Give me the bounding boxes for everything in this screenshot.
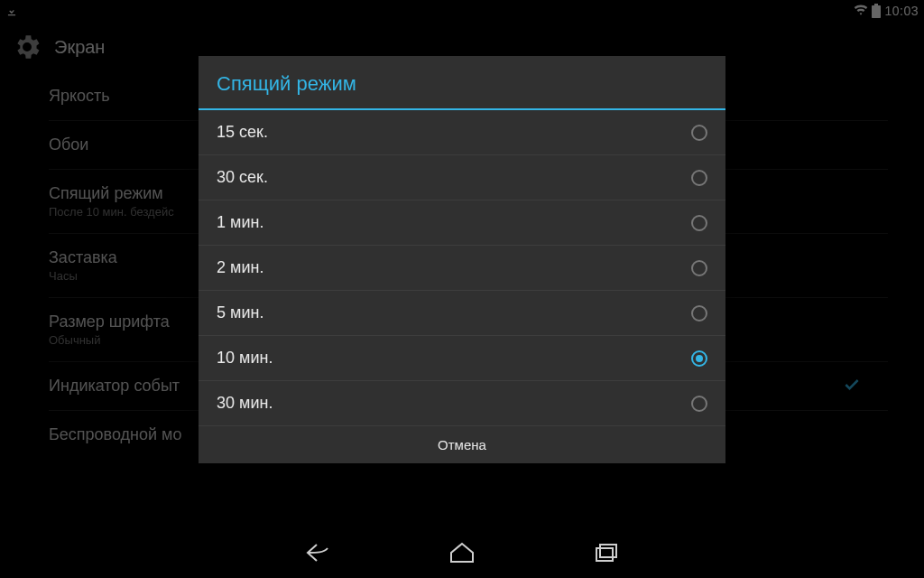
dialog-option-1m[interactable]: 1 мин.	[199, 200, 725, 246]
radio-icon	[691, 170, 707, 186]
radio-icon	[691, 396, 707, 412]
recents-button[interactable]	[588, 535, 624, 571]
cancel-button[interactable]: Отмена	[199, 426, 725, 463]
option-label: 1 мин.	[217, 213, 263, 232]
option-label: 10 мин.	[217, 349, 273, 368]
option-label: 30 мин.	[217, 394, 273, 413]
dialog-button-row: Отмена	[199, 425, 725, 463]
option-label: 30 сек.	[217, 168, 268, 187]
dialog-option-list: 15 сек. 30 сек. 1 мин. 2 мин. 5 мин. 10 …	[199, 110, 725, 425]
radio-icon	[691, 215, 707, 231]
back-button[interactable]	[300, 535, 336, 571]
dialog-option-5m[interactable]: 5 мин.	[199, 291, 725, 336]
dialog-option-30m[interactable]: 30 мин.	[199, 381, 725, 425]
sleep-dialog: Спящий режим 15 сек. 30 сек. 1 мин. 2 ми…	[199, 56, 725, 463]
dialog-option-30s[interactable]: 30 сек.	[199, 155, 725, 200]
radio-icon	[691, 350, 707, 367]
nav-bar	[0, 527, 924, 578]
dialog-option-10m[interactable]: 10 мин.	[199, 336, 725, 381]
option-label: 15 сек.	[217, 123, 268, 142]
svg-rect-0	[596, 548, 613, 561]
radio-icon	[691, 260, 707, 276]
dialog-option-15s[interactable]: 15 сек.	[199, 110, 725, 155]
dialog-option-2m[interactable]: 2 мин.	[199, 246, 725, 291]
dialog-title: Спящий режим	[199, 56, 725, 108]
svg-rect-1	[600, 545, 616, 557]
radio-icon	[691, 125, 707, 141]
option-label: 5 мин.	[217, 303, 263, 322]
option-label: 2 мин.	[217, 258, 263, 277]
home-button[interactable]	[444, 535, 480, 571]
radio-icon	[691, 305, 707, 322]
